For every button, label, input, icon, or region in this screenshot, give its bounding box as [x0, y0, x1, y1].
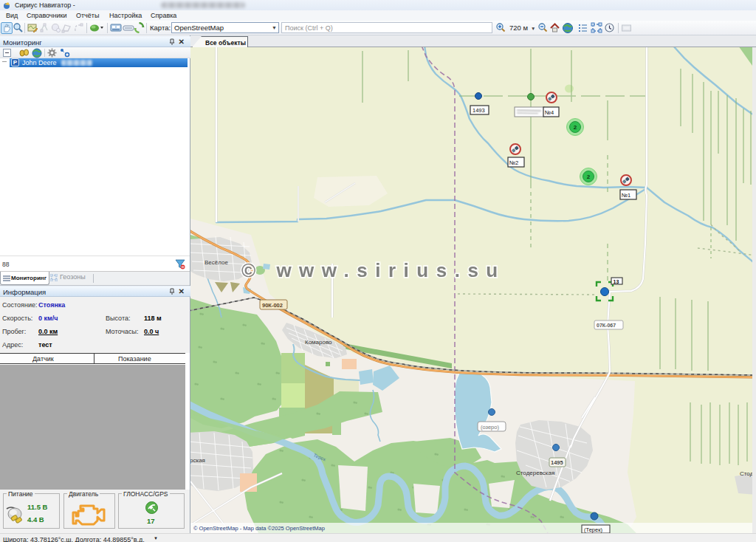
svg-text:рская: рская: [190, 457, 205, 464]
svg-text:2: 2: [587, 174, 591, 180]
svg-text:Весёлое: Весёлое: [205, 259, 228, 266]
svg-text:13: 13: [614, 279, 619, 284]
svg-text:2: 2: [574, 124, 577, 131]
svg-text:90К-002: 90К-002: [262, 302, 283, 309]
svg-text:© OpenStreetMap - Map data ©20: © OpenStreetMap - Map data ©2025 OpenStr…: [193, 525, 325, 532]
svg-text:Комарово: Комарово: [305, 339, 332, 346]
svg-text:№1: №1: [622, 192, 630, 199]
svg-text:© www.sirius.su: © www.sirius.su: [241, 259, 506, 281]
svg-text:№2: №2: [509, 159, 518, 166]
svg-text:1495: 1495: [551, 459, 563, 466]
svg-text:07К-067: 07К-067: [597, 323, 616, 328]
svg-text:Стодеревская: Стодеревская: [516, 470, 554, 476]
svg-text:(озеро): (озеро): [481, 424, 499, 430]
svg-text:(Терек): (Терек): [584, 526, 602, 533]
svg-text:1493: 1493: [472, 107, 485, 114]
svg-text:№4: №4: [545, 109, 554, 116]
svg-text:Стод: Стод: [740, 470, 754, 477]
